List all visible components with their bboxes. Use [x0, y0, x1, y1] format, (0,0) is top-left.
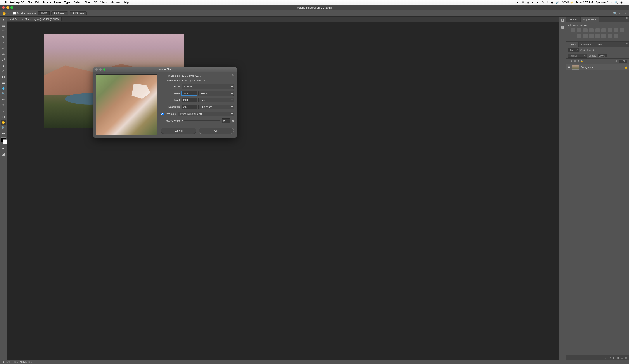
filter-type-icon[interactable]: T: [587, 49, 588, 51]
quick-mask[interactable]: ◙: [1, 146, 6, 151]
edit-toolbar[interactable]: ⋯: [1, 131, 6, 136]
tab-layers[interactable]: Layers: [566, 42, 579, 47]
layers-menu-icon[interactable]: ≡: [625, 42, 629, 47]
menu-edit[interactable]: Edit: [35, 1, 40, 4]
window-close[interactable]: [2, 6, 5, 9]
flame-icon[interactable]: ▴: [532, 1, 533, 4]
pen-tool[interactable]: ✒: [1, 97, 6, 102]
lock-all-icon[interactable]: 🔒: [581, 60, 583, 62]
channel-mixer-icon[interactable]: [577, 34, 581, 38]
screen-mode[interactable]: ▣: [1, 151, 6, 157]
color-balance-icon[interactable]: [608, 28, 612, 32]
menu-3d[interactable]: 3D: [94, 1, 98, 4]
visibility-icon[interactable]: 👁: [568, 66, 570, 69]
type-tool[interactable]: T: [1, 102, 6, 108]
new-layer-icon[interactable]: ▤: [621, 356, 623, 359]
tab-adjustments[interactable]: Adjustments: [581, 17, 599, 22]
menu-window[interactable]: Window: [110, 1, 120, 4]
quick-select-tool[interactable]: ✎: [1, 34, 6, 40]
mask-icon[interactable]: ◐: [613, 356, 615, 359]
link-layers-icon[interactable]: ⌘: [605, 356, 608, 359]
clock[interactable]: Mon 2:55 AM: [576, 1, 593, 4]
triangle-icon[interactable]: ▲: [536, 1, 539, 4]
new-group-icon[interactable]: ▣: [617, 356, 619, 359]
photo-filter-icon[interactable]: [620, 28, 624, 32]
arrange-icon[interactable]: ▭: [619, 11, 622, 15]
curves-icon[interactable]: [583, 28, 588, 32]
ok-button[interactable]: OK: [198, 128, 234, 134]
panel-menu-icon[interactable]: ≡: [625, 17, 629, 22]
reduce-noise-input[interactable]: [222, 118, 230, 123]
search-icon[interactable]: 🔍: [613, 11, 617, 15]
lock-pixels-icon[interactable]: ▦: [574, 60, 576, 62]
reduce-noise-slider[interactable]: [182, 120, 220, 121]
tab-channels[interactable]: Channels: [579, 42, 594, 47]
layer-thumbnail[interactable]: [572, 65, 579, 70]
resolution-unit-select[interactable]: Pixels/Inch: [198, 104, 234, 109]
dropbox-icon[interactable]: ⬖: [517, 1, 519, 4]
menu-image[interactable]: Image: [43, 1, 51, 4]
invert-icon[interactable]: [589, 34, 594, 38]
height-unit-select[interactable]: Pixels: [198, 97, 234, 102]
window-zoom[interactable]: [10, 6, 13, 9]
spotlight-icon[interactable]: 🔍: [614, 1, 618, 4]
menu-filter[interactable]: Filter: [85, 1, 91, 4]
filter-image-icon[interactable]: ▢: [580, 49, 582, 51]
gradient-tool[interactable]: ▬: [1, 80, 6, 85]
brightness-icon[interactable]: [571, 28, 575, 32]
resample-select[interactable]: Preserve Details 2.0: [178, 111, 234, 116]
tab-paths[interactable]: Paths: [594, 42, 606, 47]
volume-icon[interactable]: 🔊: [556, 1, 559, 4]
vibrance-icon[interactable]: [595, 28, 600, 32]
cc-icon[interactable]: ◎: [527, 1, 529, 4]
lasso-tool[interactable]: ◯: [1, 29, 6, 34]
wifi-icon[interactable]: ◉: [551, 1, 553, 4]
siri-icon[interactable]: ◉: [621, 1, 623, 4]
blend-mode-select[interactable]: Normal: [568, 54, 587, 58]
hand-tool-icon[interactable]: ✋: [2, 11, 6, 15]
levels-icon[interactable]: [577, 28, 581, 32]
width-unit-select[interactable]: Pixels: [198, 91, 234, 96]
status-zoom[interactable]: 66.67%: [2, 361, 10, 363]
tab-libraries[interactable]: Libraries: [566, 17, 581, 22]
hue-icon[interactable]: [602, 28, 606, 32]
bw-icon[interactable]: [614, 28, 618, 32]
layer-filter-select[interactable]: Kind: [568, 48, 579, 52]
cancel-button[interactable]: Cancel: [161, 128, 196, 134]
fx-icon[interactable]: fx: [609, 356, 611, 359]
dialog-zoom[interactable]: [103, 68, 106, 71]
app-menu[interactable]: Photoshop CC: [5, 1, 24, 4]
height-input[interactable]: [182, 98, 197, 102]
share-icon[interactable]: ⇪: [624, 11, 627, 15]
color-swatches[interactable]: [1, 137, 6, 142]
selective-color-icon[interactable]: [614, 34, 618, 38]
dodge-tool[interactable]: 🔍: [1, 91, 6, 96]
healing-tool[interactable]: ⊛: [1, 52, 6, 57]
fill-screen-button[interactable]: Fill Screen: [70, 11, 87, 15]
menu-select[interactable]: Select: [73, 1, 81, 4]
fit-to-select[interactable]: Custom: [182, 84, 234, 89]
path-select-tool[interactable]: ▷: [1, 108, 6, 113]
zoom-tool[interactable]: 🔍: [1, 125, 6, 130]
crop-tool[interactable]: ⌗: [1, 40, 6, 45]
marquee-tool[interactable]: ▭: [1, 23, 6, 28]
menu-layer[interactable]: Layer: [54, 1, 61, 4]
filter-shape-icon[interactable]: ▭: [589, 49, 591, 51]
scroll-all-windows-checkbox[interactable]: Scroll All Windows: [13, 12, 36, 15]
battery-status[interactable]: 100% ⚡: [562, 1, 574, 4]
close-tab-icon[interactable]: ×: [9, 18, 11, 20]
bluetooth-icon[interactable]: ᛒ: [546, 1, 548, 4]
status-doc[interactable]: Doc: 7.03M/7.03M: [14, 361, 32, 363]
gear-icon[interactable]: ⚙: [231, 74, 234, 77]
document-tab[interactable]: × © Bear Hat Mountain.jpg @ 66.7% (RGB/8…: [7, 17, 62, 21]
resolution-input[interactable]: [182, 105, 197, 109]
layer-row-background[interactable]: 👁 Background 🔒: [566, 64, 629, 71]
menu-help[interactable]: Help: [123, 1, 129, 4]
notifications-icon[interactable]: ≡: [626, 1, 627, 4]
resample-checkbox[interactable]: [161, 113, 163, 115]
menu-view[interactable]: View: [100, 1, 107, 4]
zoom-field[interactable]: [38, 11, 50, 15]
filter-adj-icon[interactable]: ◑: [583, 49, 585, 51]
tool-preset-chevron-icon[interactable]: ▾: [8, 12, 9, 14]
window-minimize[interactable]: [6, 6, 9, 9]
